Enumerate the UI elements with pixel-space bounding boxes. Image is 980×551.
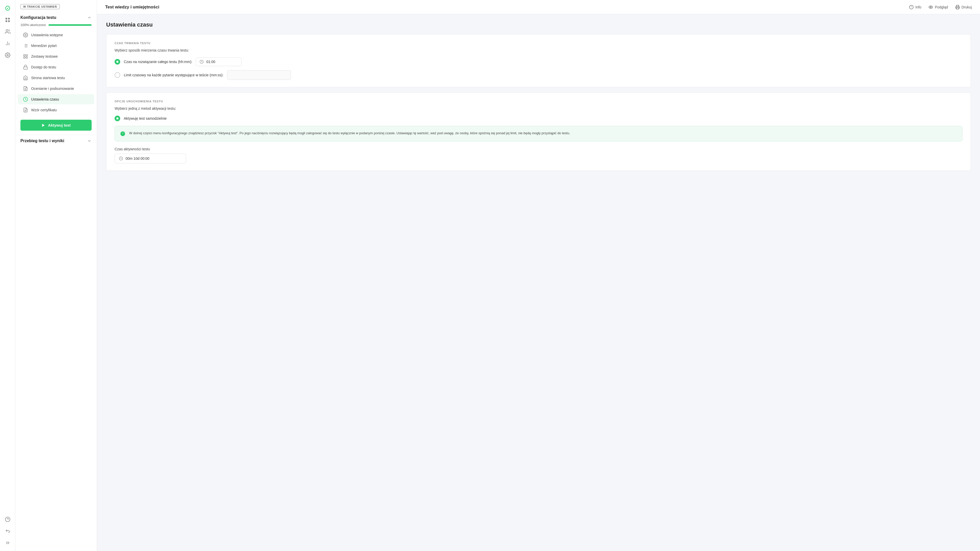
activate-test-button[interactable]: Aktywuj test — [21, 120, 92, 131]
svg-point-4 — [6, 30, 8, 31]
top-bar-actions: Info Podgląd Drukuj — [909, 5, 972, 10]
settings-icon-button[interactable] — [3, 50, 13, 60]
progress-row: 100% ukończono — [15, 22, 97, 29]
sets-nav-icon — [23, 54, 28, 59]
results-section-header: Przebieg testu i wyniki — [15, 135, 97, 145]
opcje-radio-label-1: Aktywuję test samodzielnie — [124, 116, 167, 121]
print-action[interactable]: Drukuj — [955, 5, 972, 10]
page-content-area: Ustawienia czasu CZAS TRWANIA TESTU Wybi… — [97, 14, 980, 551]
sidebar-item-menedzer-pytan[interactable]: Menedżer pytań — [18, 41, 94, 51]
czas-radio-group: Czas na rozwiązanie całego testu (hh:mm)… — [115, 57, 963, 80]
users-icon-button[interactable] — [3, 27, 13, 37]
sidebar: W TRAKCIE USTAWIEŃ Konfiguracja testu 10… — [15, 0, 97, 551]
info-box: W dolnej części menu konfiguracyjnego zn… — [115, 126, 963, 142]
sidebar-item-zestawy-testowe[interactable]: Zestawy testowe — [18, 51, 94, 62]
clock-nav-icon — [23, 97, 28, 102]
activate-button-label: Aktywuj test — [48, 123, 70, 127]
czas-radio-row-2: Limit czasowy na każde pytanie występują… — [115, 70, 963, 80]
svg-marker-28 — [42, 124, 45, 127]
results-section-title: Przebieg testu i wyniki — [21, 139, 64, 143]
opcje-description: Wybierz jedną z metod aktywacji testu: — [115, 107, 963, 110]
svg-point-11 — [25, 35, 26, 36]
czas-radio-row-1: Czas na rozwiązanie całego testu (hh:mm)… — [115, 57, 963, 66]
analytics-icon-button[interactable] — [3, 38, 13, 48]
icon-bar — [0, 0, 15, 551]
top-bar: Test wiedzy i umiejętności Info Podgląd — [97, 0, 980, 14]
czas-radio-label-1: Czas na rozwiązanie całego testu (hh:mm)… — [124, 60, 192, 64]
sidebar-label: Strona startowa testu — [31, 76, 65, 80]
sidebar-item-ustawienia-czasu[interactable]: Ustawienia czasu — [18, 94, 94, 104]
svg-rect-18 — [24, 55, 25, 56]
info-icon — [909, 5, 914, 10]
activity-time-input[interactable]: 00m 10d 00:00 — [115, 154, 186, 163]
info-action[interactable]: Info — [909, 5, 921, 10]
config-section-header: Konfiguracja testu — [15, 12, 97, 22]
main-content: Test wiedzy i umiejętności Info Podgląd — [97, 0, 980, 551]
opcje-radio-group: Aktywuję test samodzielnie — [115, 116, 963, 121]
preview-action[interactable]: Podgląd — [928, 5, 948, 10]
print-label: Drukuj — [962, 5, 972, 9]
nav-menu: Ustawienia wstępne Menedżer pytań Zestaw… — [15, 29, 97, 116]
info-box-icon — [120, 131, 126, 137]
sidebar-label: Ustawienia czasu — [31, 97, 59, 101]
config-chevron-icon[interactable] — [87, 15, 92, 20]
svg-rect-3 — [8, 21, 10, 22]
results-chevron-icon[interactable] — [87, 139, 92, 143]
logo-button[interactable] — [3, 3, 13, 13]
svg-rect-2 — [5, 21, 7, 22]
svg-point-32 — [930, 6, 932, 8]
lock-nav-icon — [23, 65, 28, 70]
czas-radio-label-2: Limit czasowy na każde pytanie występują… — [124, 73, 224, 77]
questions-nav-icon — [23, 43, 28, 48]
activity-label: Czas aktywności testu — [115, 147, 963, 151]
svg-rect-19 — [26, 55, 27, 56]
sidebar-item-ocenianie[interactable]: Ocenianie i podsumowanie — [18, 83, 94, 94]
sidebar-header: W TRAKCIE USTAWIEŃ — [15, 0, 97, 12]
clock-input-icon — [200, 60, 204, 64]
czas-trwania-card: CZAS TRWANIA TESTU Wybierz sposób mierze… — [106, 34, 971, 87]
time-input-field[interactable] — [206, 60, 221, 64]
grid-icon-button[interactable] — [3, 15, 13, 25]
print-icon — [955, 5, 960, 10]
progress-bar-fill — [48, 24, 92, 26]
info-box-text: W dolnej części menu konfiguracyjnego zn… — [129, 131, 570, 136]
czas-time-input-group[interactable] — [196, 57, 242, 66]
czas-time-input-empty — [227, 70, 291, 80]
sidebar-item-strona-startowa[interactable]: Strona startowa testu — [18, 73, 94, 83]
page-title: Test wiedzy i umiejętności — [105, 5, 159, 10]
status-badge: W TRAKCIE USTAWIEŃ — [21, 4, 60, 9]
sidebar-item-wzor-certyfikatu[interactable]: Wzór certyfikatu — [18, 105, 94, 115]
progress-bar-bg — [48, 24, 92, 26]
opcje-radio-1[interactable] — [115, 116, 120, 121]
grading-nav-icon — [23, 86, 28, 91]
settings-nav-icon — [23, 32, 28, 38]
sidebar-item-ustawienia-wstepne[interactable]: Ustawienia wstępne — [18, 30, 94, 40]
svg-rect-20 — [24, 57, 25, 59]
svg-rect-1 — [8, 18, 10, 19]
activity-time-value: 00m 10d 00:00 — [126, 156, 149, 161]
svg-rect-21 — [26, 57, 27, 59]
activity-clock-icon — [119, 156, 123, 161]
svg-point-8 — [7, 54, 8, 56]
expand-icon-button[interactable] — [3, 538, 13, 548]
sidebar-item-dostep-do-testu[interactable]: Dostęp do testu — [18, 62, 94, 72]
preview-label: Podgląd — [935, 5, 948, 9]
czas-radio-2[interactable] — [115, 72, 120, 78]
sidebar-label: Ocenianie i podsumowanie — [31, 86, 74, 91]
play-icon — [41, 123, 45, 127]
home-nav-icon — [23, 75, 28, 80]
svg-rect-33 — [956, 7, 959, 9]
certificate-nav-icon — [23, 107, 28, 113]
info-label: Info — [915, 5, 921, 9]
opcje-radio-row-1: Aktywuję test samodzielnie — [115, 116, 963, 121]
section-page-title: Ustawienia czasu — [106, 21, 971, 28]
czas-description: Wybierz sposób mierzenia czasu trwania t… — [115, 48, 963, 52]
preview-icon — [928, 5, 933, 10]
back-icon-button[interactable] — [3, 526, 13, 536]
czas-radio-1[interactable] — [115, 59, 120, 65]
opcje-card: OPCJE URUCHOMIENIA TESTU Wybierz jedną z… — [106, 92, 971, 171]
help-icon-button[interactable] — [3, 514, 13, 524]
svg-rect-0 — [5, 18, 7, 19]
config-section-title: Konfiguracja testu — [21, 15, 56, 20]
opcje-section-label: OPCJE URUCHOMIENIA TESTU — [115, 100, 963, 103]
